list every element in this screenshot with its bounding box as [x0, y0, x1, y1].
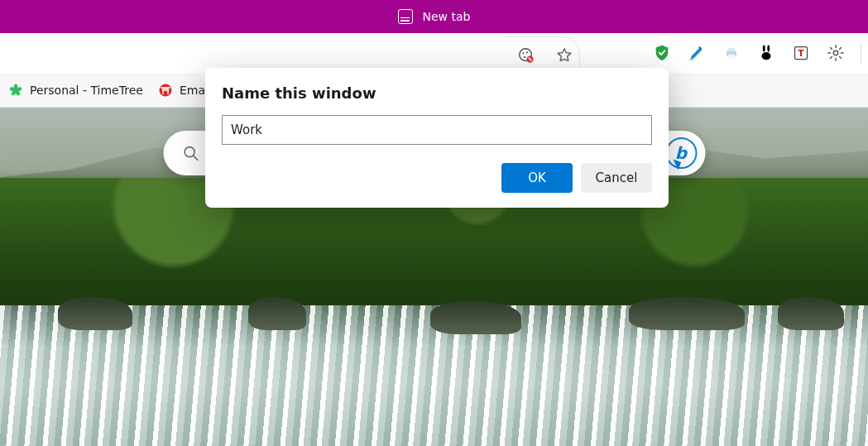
- search-icon: [181, 144, 199, 162]
- bing-b-icon: b: [675, 143, 687, 163]
- svg-point-15: [833, 50, 838, 55]
- cancel-button[interactable]: Cancel: [581, 163, 652, 193]
- favorite-star-icon[interactable]: [554, 46, 574, 65]
- favorite-label: Ema: [180, 84, 205, 97]
- svg-rect-8: [728, 48, 735, 51]
- svg-point-2: [526, 51, 528, 53]
- svg-text:T: T: [798, 48, 804, 59]
- ok-button[interactable]: OK: [501, 163, 573, 193]
- dialog-button-row: OK Cancel: [222, 163, 652, 193]
- svg-point-3: [524, 55, 525, 57]
- svg-rect-6: [689, 59, 694, 60]
- toolbar-separator: [861, 42, 861, 64]
- dialog-title: Name this window: [222, 84, 652, 102]
- new-tab-icon: [398, 9, 413, 24]
- favorite-ema[interactable]: Ema: [158, 83, 205, 98]
- settings-icon[interactable]: [826, 43, 846, 63]
- torii-icon: [158, 83, 173, 98]
- favorite-timetree[interactable]: Personal - TimeTree: [8, 83, 143, 98]
- svg-point-1: [522, 52, 524, 54]
- bg-rock: [430, 301, 521, 334]
- bing-chat-button[interactable]: b: [665, 137, 697, 169]
- rabbit-icon[interactable]: [756, 43, 776, 63]
- name-window-dialog: Name this window OK Cancel: [205, 68, 669, 208]
- svg-point-11: [763, 45, 765, 51]
- bg-rock: [248, 297, 306, 330]
- window-name-input[interactable]: [222, 115, 652, 145]
- favorite-label: Personal - TimeTree: [30, 84, 143, 97]
- bg-rock: [58, 297, 132, 330]
- timetree-icon: [8, 83, 23, 98]
- toolbar-extensions: T: [652, 33, 861, 73]
- svg-point-12: [767, 45, 770, 51]
- svg-rect-9: [728, 55, 735, 59]
- svg-line-23: [193, 156, 197, 160]
- adguard-icon[interactable]: [652, 43, 672, 63]
- svg-point-10: [762, 52, 771, 60]
- window-titlebar: New tab: [0, 0, 868, 33]
- tab-title: New tab: [423, 10, 471, 23]
- bg-rock: [778, 297, 844, 330]
- browser-toolbar: T: [0, 33, 868, 73]
- cookie-blocked-icon[interactable]: [516, 46, 536, 65]
- printer-icon[interactable]: [722, 43, 741, 63]
- bg-rock: [629, 297, 745, 330]
- t-badge-icon[interactable]: T: [791, 43, 811, 63]
- highlighter-icon[interactable]: [687, 43, 707, 63]
